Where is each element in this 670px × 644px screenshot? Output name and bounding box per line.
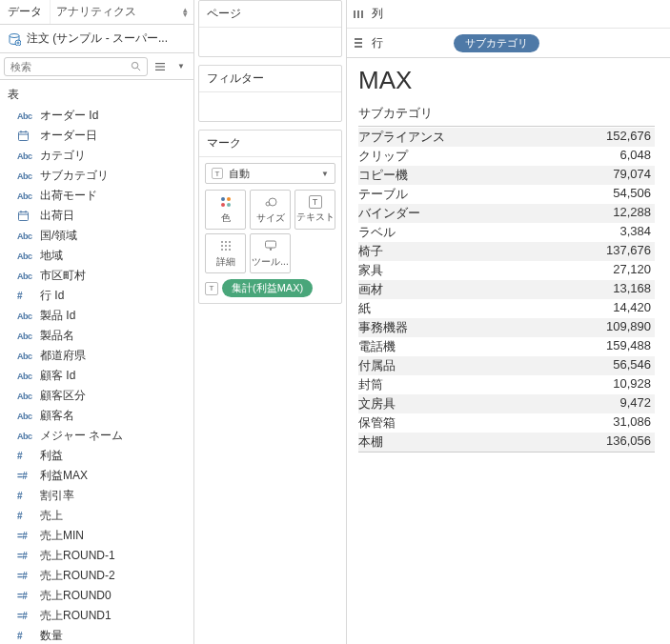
table-row[interactable]: ラベル3,384 xyxy=(358,223,655,242)
field-type-icon: Abc xyxy=(17,171,34,181)
table-row[interactable]: 付属品56,546 xyxy=(358,356,655,375)
field-row[interactable]: #数量 xyxy=(0,626,193,644)
field-row[interactable]: オーダー日 xyxy=(0,126,193,146)
field-row[interactable]: #割引率 xyxy=(0,486,193,506)
mark-detail-label: 詳細 xyxy=(216,255,235,269)
field-row[interactable]: Abc顧客区分 xyxy=(0,386,193,406)
data-table: アプライアンス152,676クリップ6,048コピー機79,074テーブル54,… xyxy=(358,128,655,452)
mark-text-button[interactable]: T テキスト xyxy=(294,190,335,230)
table-row[interactable]: バインダー12,288 xyxy=(358,204,655,223)
table-row[interactable]: 文房具9,472 xyxy=(358,394,655,413)
svg-rect-33 xyxy=(361,10,363,18)
field-row[interactable]: Abcカテゴリ xyxy=(0,146,193,166)
datasource-icon xyxy=(8,32,21,46)
row-value: 109,890 xyxy=(606,319,651,336)
field-row[interactable]: Abc顧客名 xyxy=(0,406,193,426)
view-list-icon[interactable] xyxy=(152,58,169,75)
field-row[interactable]: Abcサブカテゴリ xyxy=(0,166,193,186)
columns-text: 列 xyxy=(372,6,383,22)
table-row[interactable]: 事務機器109,890 xyxy=(358,318,655,337)
field-row[interactable]: =#売上ROUND0 xyxy=(0,586,193,606)
tab-analytics[interactable]: アナリティクス ▴▾ xyxy=(50,0,193,24)
table-row[interactable]: テーブル54,506 xyxy=(358,185,655,204)
svg-point-24 xyxy=(221,245,223,247)
datasource-row[interactable]: 注文 (サンプル - スーパー... xyxy=(0,25,193,53)
marks-body: T 自動 ▼ 色 サイズ T xyxy=(199,157,341,303)
field-row[interactable]: =#売上ROUND1 xyxy=(0,606,193,626)
field-row[interactable]: =#利益MAX xyxy=(0,466,193,486)
field-row[interactable]: Abc都道府県 xyxy=(0,346,193,366)
field-row[interactable]: #行 Id xyxy=(0,286,193,306)
mark-tooltip-label: ツール... xyxy=(252,255,288,269)
mark-tooltip-button[interactable]: ツール... xyxy=(250,233,291,273)
field-row[interactable]: 出荷日 xyxy=(0,206,193,226)
svg-point-25 xyxy=(225,245,227,247)
table-row[interactable]: 電話機159,488 xyxy=(358,337,655,356)
table-row[interactable]: 椅子137,676 xyxy=(358,242,655,261)
svg-rect-30 xyxy=(265,241,275,248)
row-value: 10,928 xyxy=(613,376,651,393)
field-row[interactable]: Abcオーダー Id xyxy=(0,106,193,126)
field-row[interactable]: #売上 xyxy=(0,506,193,526)
field-type-icon: Abc xyxy=(17,312,34,321)
columns-icon xyxy=(353,9,366,20)
table-row[interactable]: コピー機79,074 xyxy=(358,166,655,185)
field-type-icon: # xyxy=(17,291,34,301)
field-row[interactable]: =#売上ROUND-1 xyxy=(0,546,193,566)
row-value: 13,168 xyxy=(613,281,651,298)
svg-rect-6 xyxy=(155,69,165,70)
chevron-down-icon: ▼ xyxy=(321,170,329,178)
view-dropdown-icon[interactable]: ▼ xyxy=(173,58,190,75)
field-type-icon: Abc xyxy=(17,231,34,241)
table-row[interactable]: 保管箱31,086 xyxy=(358,413,655,433)
columns-shelf[interactable]: 列 xyxy=(347,0,670,29)
field-type-icon: =# xyxy=(17,591,34,601)
field-row[interactable]: =#売上MIN xyxy=(0,526,193,546)
field-row[interactable]: Abc製品名 xyxy=(0,326,193,346)
field-row[interactable]: Abc製品 Id xyxy=(0,306,193,326)
table-row[interactable]: 封筒10,928 xyxy=(358,375,655,394)
table-row[interactable]: アプライアンス152,676 xyxy=(358,128,655,147)
field-row[interactable]: Abc出荷モード xyxy=(0,186,193,206)
rows-pill[interactable]: サブカテゴリ xyxy=(454,34,539,52)
field-label: 地域 xyxy=(40,248,63,264)
text-icon: T xyxy=(309,195,322,209)
svg-rect-5 xyxy=(155,66,165,67)
viz-title[interactable]: MAX xyxy=(358,66,655,95)
filters-body[interactable] xyxy=(199,92,341,121)
table-row[interactable]: 紙14,420 xyxy=(358,299,655,318)
field-type-icon: Abc xyxy=(17,432,34,441)
table-row[interactable]: 本棚136,056 xyxy=(358,433,655,452)
field-label: 顧客区分 xyxy=(40,388,86,404)
mark-pill[interactable]: 集計(利益MAX) xyxy=(222,279,313,297)
table-row[interactable]: 画材13,168 xyxy=(358,280,655,299)
mark-color-button[interactable]: 色 xyxy=(205,190,246,230)
table-row[interactable]: クリップ6,048 xyxy=(358,147,655,166)
mark-size-label: サイズ xyxy=(256,211,285,225)
field-row[interactable]: Abc地域 xyxy=(0,246,193,266)
svg-rect-11 xyxy=(19,212,29,221)
mark-size-button[interactable]: サイズ xyxy=(250,190,291,230)
field-row[interactable]: #利益 xyxy=(0,446,193,466)
rows-shelf-label: 行 xyxy=(353,35,448,51)
tab-data[interactable]: データ xyxy=(0,0,50,25)
mark-pill-row[interactable]: T 集計(利益MAX) xyxy=(205,279,335,297)
row-category: 文房具 xyxy=(358,395,396,413)
field-label: 数量 xyxy=(40,628,63,644)
field-row[interactable]: Abc国/領域 xyxy=(0,226,193,246)
field-row[interactable]: Abc市区町村 xyxy=(0,266,193,286)
rows-shelf[interactable]: 行 サブカテゴリ xyxy=(347,29,670,57)
row-value: 136,056 xyxy=(606,433,651,451)
mark-type-select[interactable]: T 自動 ▼ xyxy=(205,163,335,184)
field-row[interactable]: =#売上ROUND-2 xyxy=(0,566,193,586)
search-input[interactable] xyxy=(10,61,131,72)
mark-detail-button[interactable]: 詳細 xyxy=(205,233,246,273)
field-type-icon: Abc xyxy=(17,352,34,361)
field-row[interactable]: Abc顧客 Id xyxy=(0,366,193,386)
field-row[interactable]: Abcメジャー ネーム xyxy=(0,426,193,446)
table-row[interactable]: 家具27,120 xyxy=(358,261,655,280)
field-label: 売上 xyxy=(40,508,63,524)
svg-point-23 xyxy=(229,241,231,243)
pages-body[interactable] xyxy=(199,28,341,56)
search-box[interactable] xyxy=(4,57,148,76)
